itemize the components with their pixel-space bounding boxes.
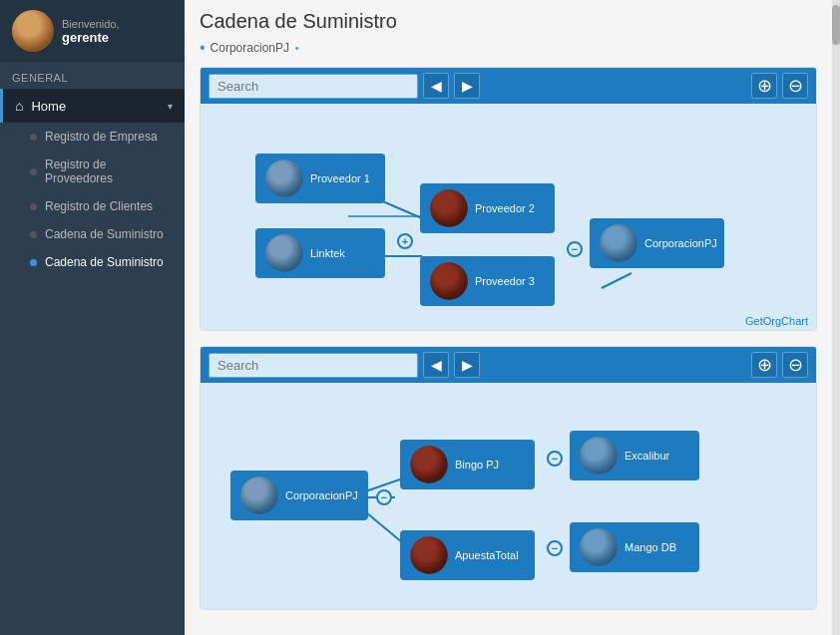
sidebar-label: Cadena de Suministro: [45, 227, 164, 241]
nav-dot: [30, 134, 37, 141]
node-avatar-corp2: [240, 476, 278, 514]
node-avatar-proveedor3: [430, 262, 468, 300]
sidebar: Bienvenido, gerente GENERAL ⌂ Home ▾ Reg…: [0, 0, 185, 635]
node-bingopj[interactable]: Bingo PJ: [400, 440, 535, 489]
sidebar-item-cadena-suministro-1[interactable]: Cadena de Suministro: [0, 220, 185, 248]
chart1-search-input[interactable]: [209, 74, 418, 99]
node-avatar-excalibur: [580, 437, 618, 475]
node-label-mango: Mango DB: [625, 541, 676, 553]
node-label-apuesta: ApuestaTotal: [455, 549, 519, 561]
node-corporacionpj2[interactable]: CorporacionPJ: [230, 471, 368, 520]
node-proveedor3[interactable]: Proveedor 3: [420, 256, 555, 306]
main-content: Cadena de Suministro • CorporacionPJ • ◀…: [185, 0, 832, 635]
chart2-nav-prev[interactable]: ◀: [423, 352, 449, 378]
node-label-corporacionpj: CorporacionPJ: [644, 237, 717, 249]
chart1-nav-next[interactable]: ▶: [454, 73, 480, 99]
scrollbar-track[interactable]: [832, 0, 840, 635]
chart2-zoom-in[interactable]: ⊕: [751, 352, 777, 378]
chart2-search-wrapper: [209, 353, 418, 378]
sidebar-item-home[interactable]: ⌂ Home ▾: [0, 89, 185, 123]
node-linktek[interactable]: Linktek: [255, 228, 385, 278]
node-avatar-corporacionpj: [600, 224, 637, 262]
node-label-corp2: CorporacionPJ: [285, 489, 358, 501]
breadcrumb: • CorporacionPJ •: [200, 39, 817, 57]
node-label-bingo: Bingo PJ: [455, 459, 499, 471]
general-section-label: GENERAL: [0, 62, 185, 89]
sidebar-home-label: Home: [31, 99, 66, 114]
nav-dot: [30, 231, 37, 238]
getorgchart-label: GetOrgChart: [745, 315, 808, 327]
node-corporacionpj[interactable]: CorporacionPJ: [590, 218, 724, 268]
nav-dot: [30, 168, 37, 175]
node-apuestatotal[interactable]: ApuestaTotal: [400, 530, 535, 580]
sidebar-label: Registro de Clientes: [45, 199, 153, 213]
chart1-toolbar: ◀ ▶ ⊕ ⊖: [201, 68, 816, 104]
sidebar-item-registro-empresa[interactable]: Registro de Empresa: [0, 123, 185, 151]
sidebar-label: Registro de Empresa: [45, 130, 158, 144]
node-avatar-mango: [580, 528, 618, 566]
chart1-nav-prev[interactable]: ◀: [423, 73, 449, 99]
svg-line-3: [602, 273, 631, 288]
breadcrumb-bullet: •: [200, 39, 206, 57]
chart1-zoom-in[interactable]: ⊕: [751, 73, 777, 99]
page-title: Cadena de Suministro: [200, 10, 817, 33]
connector-plus-1: +: [397, 233, 413, 249]
sidebar-header: Bienvenido, gerente: [0, 0, 185, 62]
node-excalibur[interactable]: Excalibur: [570, 431, 699, 480]
sidebar-item-registro-clientes[interactable]: Registro de Clientes: [0, 192, 185, 220]
node-label-linktek: Linktek: [310, 247, 345, 259]
sidebar-item-cadena-suministro-2[interactable]: Cadena de Suministro: [0, 248, 185, 276]
node-avatar-proveedor2: [430, 189, 468, 227]
home-icon: ⌂: [15, 98, 23, 114]
chart2-canvas: CorporacionPJ − Bingo PJ − Excalibur: [201, 383, 816, 610]
user-info: Bienvenido, gerente: [62, 18, 120, 45]
welcome-label: Bienvenido,: [62, 18, 120, 30]
chart1-zoom-out[interactable]: ⊖: [782, 73, 808, 99]
org-chart-2: ◀ ▶ ⊕ ⊖ CorporacionPJ −: [200, 346, 817, 610]
org-chart-1: ◀ ▶ ⊕ ⊖: [200, 67, 817, 331]
node-proveedor2[interactable]: Proveedor 2: [420, 183, 555, 233]
node-label-excalibur: Excalibur: [625, 450, 669, 462]
node-proveedor1[interactable]: Proveedor 1: [255, 154, 385, 203]
breadcrumb-sub-bullet: •: [295, 43, 299, 54]
chart2-nav-next[interactable]: ▶: [454, 352, 480, 378]
nav-dot-active: [30, 259, 37, 266]
username-label: gerente: [62, 30, 120, 45]
node-mangodb[interactable]: Mango DB: [570, 522, 699, 572]
node-avatar-linktek: [265, 234, 303, 272]
connector-minus-bingo: −: [547, 451, 563, 467]
sidebar-label: Registro de Proveedores: [45, 158, 173, 185]
sidebar-item-registro-proveedores[interactable]: Registro de Proveedores: [0, 151, 185, 192]
chart1-canvas: Proveedor 1 Linktek + Proveedor 2: [201, 104, 816, 331]
node-avatar-proveedor1: [265, 159, 303, 197]
node-avatar-apuesta: [410, 536, 448, 574]
connector-minus-1: −: [567, 241, 583, 257]
node-label-proveedor1: Proveedor 1: [310, 172, 370, 184]
scrollbar-thumb[interactable]: [832, 5, 840, 45]
chart2-zoom-out[interactable]: ⊖: [782, 352, 808, 378]
avatar: [12, 10, 54, 52]
node-avatar-bingo: [410, 446, 448, 483]
chart2-toolbar: ◀ ▶ ⊕ ⊖: [201, 347, 816, 383]
node-label-proveedor2: Proveedor 2: [475, 202, 535, 214]
connector-minus-2: −: [376, 489, 392, 505]
chevron-down-icon: ▾: [168, 101, 173, 112]
connector-minus-apuesta: −: [547, 540, 563, 556]
sidebar-label: Cadena de Suministro: [45, 255, 164, 269]
chart1-search-wrapper: [209, 74, 418, 99]
node-label-proveedor3: Proveedor 3: [475, 275, 535, 287]
chart2-search-input[interactable]: [209, 353, 418, 378]
breadcrumb-item: CorporacionPJ: [210, 41, 289, 55]
nav-dot: [30, 203, 37, 210]
